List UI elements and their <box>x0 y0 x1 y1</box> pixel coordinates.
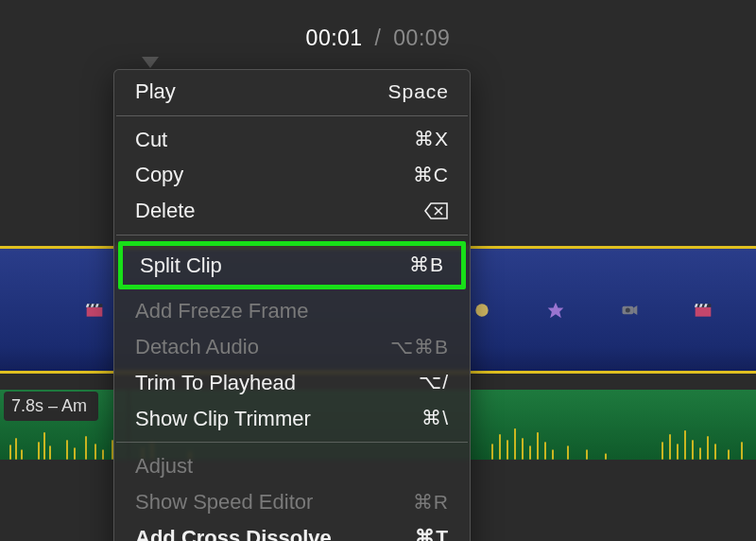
svg-rect-51 <box>741 443 743 460</box>
menu-item-label: Add Cross Dissolve <box>135 524 332 541</box>
menu-item-label: Cut <box>135 126 167 154</box>
svg-marker-9 <box>633 305 637 315</box>
svg-rect-36 <box>537 433 539 460</box>
menu-item-label: Copy <box>135 161 183 189</box>
clapperboard-icon <box>85 301 104 320</box>
clapperboard-icon <box>694 301 713 320</box>
svg-rect-47 <box>699 448 701 460</box>
menu-item-label: Trim To Playhead <box>135 369 296 397</box>
svg-rect-33 <box>514 428 516 460</box>
svg-marker-6 <box>548 302 564 318</box>
svg-rect-37 <box>544 443 546 460</box>
svg-rect-20 <box>49 446 51 460</box>
timecode-display: 00:01 / 00:09 <box>0 26 756 51</box>
svg-point-5 <box>475 304 488 316</box>
menu-item-delete[interactable]: Delete <box>114 193 470 229</box>
menu-item-adjust: Adjust <box>114 448 470 484</box>
menu-item-label: Adjust <box>135 452 193 480</box>
svg-rect-24 <box>94 445 96 460</box>
clip-thumbnail <box>609 299 650 322</box>
camera-icon <box>620 301 639 320</box>
clip-thumbnail <box>682 299 724 322</box>
menu-item-show-speed-editor: Show Speed Editor ⌘R <box>114 484 470 520</box>
menu-item-detach-audio: Detach Audio ⌥⌘B <box>114 329 470 365</box>
svg-rect-34 <box>522 439 524 460</box>
context-menu: Play Space Cut ⌘X Copy ⌘C Delete Split C… <box>113 69 471 541</box>
audio-clip-label-text: 7.8s – Am <box>11 396 87 415</box>
svg-rect-21 <box>66 441 68 460</box>
menu-item-shortcut: ⌘C <box>364 162 449 188</box>
menu-item-shortcut: ⌘T <box>364 524 449 541</box>
svg-rect-31 <box>499 435 501 460</box>
menu-item-label: Detach Audio <box>135 333 259 361</box>
clip-thumbnail <box>535 299 576 322</box>
audio-clip-label: 7.8s – Am <box>4 392 98 421</box>
svg-rect-38 <box>552 450 554 460</box>
svg-rect-23 <box>85 437 87 460</box>
menu-item-shortcut: Space <box>364 79 449 105</box>
menu-item-show-clip-trimmer[interactable]: Show Clip Trimmer ⌘\ <box>114 401 470 437</box>
svg-point-8 <box>626 307 630 312</box>
menu-item-add-freeze-frame: Add Freeze Frame <box>114 293 470 329</box>
menu-item-trim-to-playhead[interactable]: Trim To Playhead ⌥/ <box>114 365 470 401</box>
svg-rect-48 <box>707 437 709 460</box>
menu-separator <box>116 442 468 443</box>
menu-item-shortcut <box>364 202 449 219</box>
star-icon <box>546 301 565 320</box>
menu-item-add-cross-dissolve[interactable]: Add Cross Dissolve ⌘T <box>114 520 470 541</box>
svg-rect-43 <box>669 435 671 460</box>
svg-rect-46 <box>692 441 694 460</box>
svg-rect-41 <box>605 454 607 460</box>
menu-item-shortcut: ⌘X <box>364 126 449 152</box>
svg-rect-40 <box>586 450 588 460</box>
svg-rect-49 <box>714 445 716 460</box>
delete-backspace-icon <box>424 202 449 219</box>
svg-rect-22 <box>74 448 76 460</box>
svg-rect-10 <box>696 306 712 316</box>
chevron-down-icon <box>142 57 159 68</box>
svg-rect-25 <box>102 450 104 460</box>
menu-item-label: Add Freeze Frame <box>135 297 308 325</box>
timecode-total: 00:09 <box>393 26 450 50</box>
menu-separator <box>116 115 468 116</box>
menu-item-cut[interactable]: Cut ⌘X <box>114 122 470 158</box>
menu-item-shortcut: ⌥/ <box>364 369 449 395</box>
svg-rect-42 <box>662 443 663 460</box>
svg-rect-30 <box>491 445 493 460</box>
menu-item-shortcut: ⌘B <box>359 252 444 278</box>
menu-item-label: Split Clip <box>140 252 222 280</box>
moon-icon <box>472 301 491 320</box>
timecode-current: 00:01 <box>306 26 363 50</box>
svg-rect-17 <box>21 450 23 460</box>
svg-rect-18 <box>38 443 40 460</box>
svg-rect-50 <box>728 450 730 460</box>
menu-item-shortcut: ⌥⌘B <box>364 334 449 360</box>
svg-rect-15 <box>9 445 11 460</box>
tutorial-highlight: Split Clip ⌘B <box>118 241 466 290</box>
svg-rect-0 <box>87 306 103 316</box>
menu-item-label: Show Clip Trimmer <box>135 405 311 433</box>
menu-item-shortcut: ⌘\ <box>364 405 449 431</box>
clip-thumbnail <box>74 299 115 322</box>
timecode-separator: / <box>375 26 382 50</box>
menu-item-copy[interactable]: Copy ⌘C <box>114 157 470 193</box>
svg-rect-45 <box>684 430 686 460</box>
svg-rect-39 <box>567 446 569 460</box>
menu-item-label: Play <box>135 78 176 106</box>
svg-rect-44 <box>677 445 679 460</box>
svg-rect-35 <box>529 446 531 460</box>
menu-item-shortcut: ⌘R <box>364 489 449 515</box>
menu-item-label: Show Speed Editor <box>135 488 313 516</box>
menu-item-play[interactable]: Play Space <box>114 74 470 110</box>
svg-rect-19 <box>43 433 45 460</box>
menu-separator <box>116 235 468 236</box>
svg-rect-16 <box>15 439 17 460</box>
menu-item-label: Delete <box>135 197 196 225</box>
svg-rect-32 <box>507 441 508 460</box>
menu-item-split-clip[interactable]: Split Clip ⌘B <box>123 246 461 286</box>
